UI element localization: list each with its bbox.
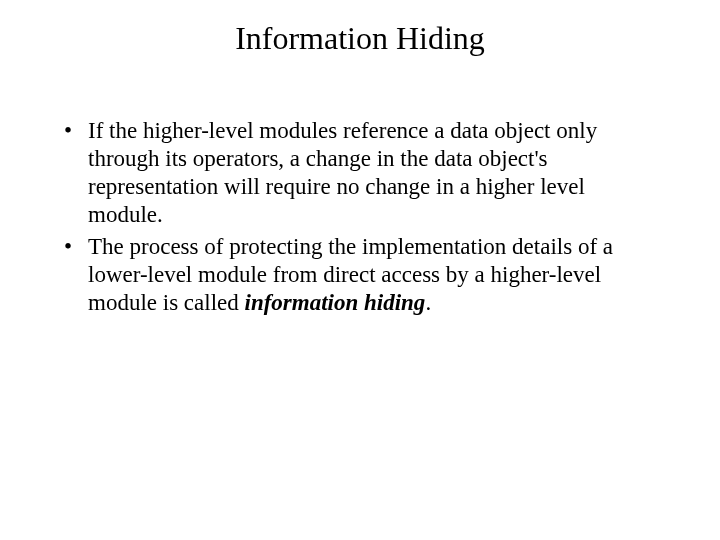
bullet-text-emph: information hiding	[245, 290, 426, 315]
list-item: The process of protecting the implementa…	[60, 233, 660, 317]
bullet-list: If the higher-level modules reference a …	[60, 117, 660, 317]
list-item: If the higher-level modules reference a …	[60, 117, 660, 229]
slide-body: If the higher-level modules reference a …	[0, 57, 720, 317]
slide: Information Hiding If the higher-level m…	[0, 0, 720, 540]
slide-title: Information Hiding	[0, 0, 720, 57]
bullet-text-suffix: .	[425, 290, 431, 315]
bullet-text: If the higher-level modules reference a …	[88, 118, 597, 227]
